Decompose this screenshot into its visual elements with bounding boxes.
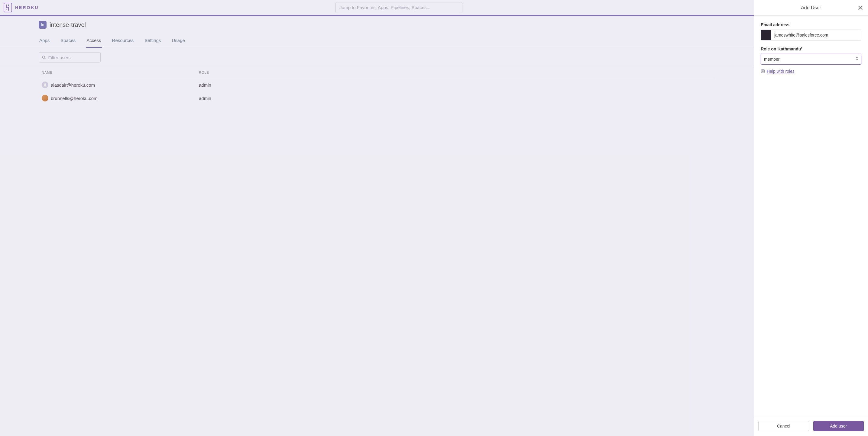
page-header: In intense-travel bbox=[0, 16, 754, 34]
tab-apps[interactable]: Apps bbox=[39, 34, 50, 48]
panel-footer: Cancel Add user bbox=[754, 416, 868, 436]
tab-settings[interactable]: Settings bbox=[144, 34, 161, 48]
tabs: Apps Spaces Access Resources Settings Us… bbox=[0, 34, 754, 48]
user-email: brunnells@heroku.com bbox=[51, 96, 97, 101]
search-icon bbox=[42, 55, 45, 60]
tab-resources[interactable]: Resources bbox=[112, 34, 134, 48]
panel-header: Add User bbox=[754, 0, 868, 16]
add-user-button[interactable]: Add user bbox=[813, 421, 864, 431]
help-with-roles-link[interactable]: Help with roles bbox=[767, 69, 795, 74]
panel-body: Email address Role on 'kathmandu' member… bbox=[754, 16, 868, 416]
svg-point-0 bbox=[42, 56, 45, 58]
table-header: NAME ROLE bbox=[39, 67, 715, 78]
tab-spaces[interactable]: Spaces bbox=[60, 34, 76, 48]
email-avatar bbox=[761, 30, 771, 40]
heroku-logo-icon bbox=[4, 3, 12, 12]
svg-point-2 bbox=[44, 83, 46, 85]
add-user-panel: Add User Email address Role on 'kathmand… bbox=[754, 0, 868, 436]
close-icon bbox=[858, 6, 863, 10]
app-main: HEROKU In intense-travel Apps Spaces Acc… bbox=[0, 0, 754, 436]
email-label: Email address bbox=[761, 22, 861, 27]
help-icon bbox=[761, 69, 765, 73]
role-label: Role on 'kathmandu' bbox=[761, 46, 861, 51]
svg-rect-5 bbox=[761, 70, 765, 73]
role-select[interactable]: member bbox=[761, 54, 861, 65]
column-role: ROLE bbox=[199, 71, 712, 74]
tab-access[interactable]: Access bbox=[86, 34, 101, 48]
email-input-wrap bbox=[761, 30, 861, 40]
users-table: NAME ROLE alasdair@heroku.com admin brun… bbox=[0, 67, 754, 105]
cancel-button[interactable]: Cancel bbox=[758, 421, 809, 431]
help-link-row: Help with roles bbox=[761, 69, 861, 74]
global-search-input[interactable] bbox=[336, 2, 462, 13]
avatar bbox=[42, 81, 49, 88]
table-row[interactable]: alasdair@heroku.com admin bbox=[39, 78, 715, 92]
search-wrap bbox=[48, 2, 750, 13]
heroku-logo[interactable]: HEROKU bbox=[4, 3, 39, 12]
role-select-wrap: member bbox=[761, 54, 861, 65]
avatar bbox=[42, 95, 49, 101]
filter-users-input[interactable] bbox=[48, 55, 97, 60]
table-row[interactable]: brunnells@heroku.com admin bbox=[39, 92, 715, 105]
app-badge: In bbox=[39, 21, 46, 29]
filter-box bbox=[39, 52, 101, 63]
user-role: admin bbox=[199, 96, 712, 101]
app-name: intense-travel bbox=[50, 22, 86, 28]
filter-row bbox=[0, 48, 754, 67]
close-button[interactable] bbox=[857, 4, 864, 11]
brand-name: HEROKU bbox=[15, 5, 39, 10]
tab-usage[interactable]: Usage bbox=[172, 34, 186, 48]
user-email: alasdair@heroku.com bbox=[51, 82, 95, 88]
column-name: NAME bbox=[42, 71, 199, 74]
user-role: admin bbox=[199, 82, 712, 88]
panel-title: Add User bbox=[801, 5, 821, 10]
svg-line-1 bbox=[45, 58, 45, 59]
topbar: HEROKU bbox=[0, 0, 754, 15]
email-input[interactable] bbox=[771, 30, 861, 40]
